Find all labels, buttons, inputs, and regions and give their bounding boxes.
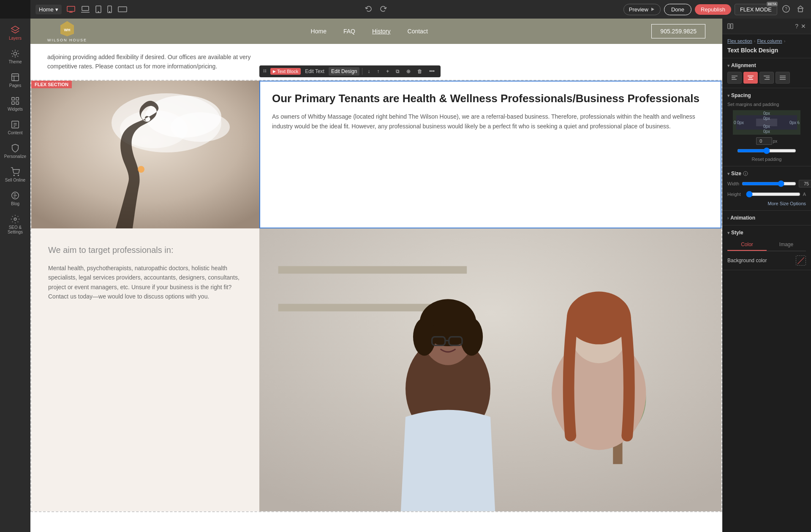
- svg-rect-47: [278, 266, 467, 274]
- intro-section: adjoining providing added flexibility if…: [30, 44, 275, 80]
- add-block-btn[interactable]: +: [384, 67, 392, 76]
- duplicate-btn[interactable]: ⧉: [393, 67, 402, 76]
- pages-icon: [11, 73, 20, 82]
- style-tab-image[interactable]: Image: [767, 239, 806, 251]
- svg-point-28: [18, 175, 19, 176]
- republish-btn[interactable]: Republish: [695, 4, 731, 15]
- sell-label: Sell Online: [5, 178, 25, 182]
- no-color-indicator: [797, 257, 804, 264]
- height-slider[interactable]: [746, 191, 800, 198]
- svg-point-41: [138, 166, 144, 173]
- svg-rect-3: [82, 6, 89, 11]
- delete-btn[interactable]: 🗑: [415, 67, 425, 76]
- nav-history[interactable]: History: [372, 28, 391, 35]
- spacing-diagram: 0px 0px 0% 0% 0px 0px 0px 0px: [733, 110, 800, 135]
- flex-mode-btn[interactable]: BETA FLEX MODE: [735, 4, 777, 15]
- widgets-label: Widgets: [8, 107, 23, 111]
- widgets-icon: [11, 96, 20, 106]
- sidebar-item-layers[interactable]: Layers: [0, 22, 30, 44]
- bg-color-swatch[interactable]: [796, 255, 806, 266]
- margin-box: 0px 0px 0% 0% 0px 0px 0px 0px: [733, 110, 800, 135]
- settings-btn[interactable]: ⊕: [404, 67, 413, 76]
- svg-rect-22: [16, 102, 19, 104]
- style-tabs: Color Image: [727, 239, 806, 251]
- undo-btn[interactable]: [363, 3, 374, 16]
- nav-home[interactable]: Home: [311, 28, 327, 35]
- svg-text:?: ?: [785, 7, 787, 11]
- nav-contact[interactable]: Contact: [408, 28, 428, 35]
- spacing-subtitle: Set margins and padding: [727, 102, 806, 107]
- sidebar-item-pages[interactable]: Pages: [0, 69, 30, 91]
- device-laptop-btn[interactable]: [79, 4, 91, 14]
- device-mobile-btn[interactable]: [106, 4, 114, 15]
- image-placeholder-professional: [259, 228, 721, 511]
- page-dropdown[interactable]: Home ▾: [35, 5, 62, 14]
- style-header[interactable]: ▾ Style: [727, 230, 806, 236]
- mobile-icon: [107, 5, 112, 13]
- sidebar-item-content[interactable]: Content: [0, 117, 30, 138]
- redo-btn[interactable]: [378, 3, 389, 16]
- reset-padding-btn[interactable]: Reset padding: [727, 157, 806, 162]
- align-stretch-btn[interactable]: [776, 72, 790, 84]
- seo-icon: [11, 214, 20, 224]
- edit-text-btn[interactable]: Edit Text: [302, 67, 327, 76]
- animation-header[interactable]: › Animation: [727, 215, 806, 221]
- sidebar-item-widgets[interactable]: Widgets: [0, 93, 30, 115]
- top-bar-left: Home ▾: [35, 4, 129, 15]
- padding-value-input[interactable]: [756, 137, 772, 145]
- align-left-btn[interactable]: [727, 72, 742, 84]
- target-body: Mental health, psychotherapists, naturop…: [48, 263, 242, 301]
- height-row: Height A: [727, 191, 806, 198]
- animation-section: › Animation: [722, 211, 811, 225]
- panel-title: Text Block Design: [722, 45, 811, 58]
- wellness-image-svg: [31, 81, 259, 228]
- style-tab-color[interactable]: Color: [727, 239, 767, 251]
- alignment-header[interactable]: ▾ Alignment: [727, 62, 806, 68]
- more-btn[interactable]: •••: [427, 67, 437, 76]
- preview-btn[interactable]: Preview: [623, 4, 661, 15]
- text-block-badge: ▶ Text Block: [270, 68, 301, 75]
- panel-help-btn[interactable]: ?: [795, 23, 798, 30]
- panel-close-btn[interactable]: ✕: [801, 23, 806, 30]
- align-right-btn[interactable]: [759, 72, 774, 84]
- move-down-btn[interactable]: ↓: [365, 67, 373, 76]
- website-preview: WH WILSON HOUSE Home FAQ History Contact…: [30, 19, 722, 532]
- sidebar-item-blog[interactable]: Blog: [0, 187, 30, 209]
- device-wide-btn[interactable]: [116, 5, 129, 14]
- spacing-chevron: ▾: [727, 93, 729, 98]
- device-desktop-btn[interactable]: [65, 4, 77, 14]
- flex-heading: Our Primary Tenants are Health & Wellnes…: [272, 92, 709, 106]
- done-btn[interactable]: Done: [664, 4, 691, 15]
- panel-header-icons: [727, 23, 733, 29]
- sidebar-item-sell-online[interactable]: Sell Online: [0, 164, 30, 186]
- svg-point-42: [264, 70, 264, 71]
- sidebar-item-theme[interactable]: Theme: [0, 46, 30, 68]
- nav-phone[interactable]: 905.259.9825: [651, 24, 705, 38]
- breadcrumb-flex-section[interactable]: Flex section: [727, 38, 752, 43]
- sidebar-item-personalize[interactable]: Personalize: [0, 140, 30, 162]
- spacing-header[interactable]: ▾ Spacing: [727, 92, 806, 98]
- move-up-btn[interactable]: ↑: [374, 67, 382, 76]
- page-name: Home: [39, 6, 54, 13]
- sell-icon: [11, 167, 20, 176]
- svg-rect-9: [118, 7, 127, 12]
- breadcrumb-sep-1: ›: [754, 38, 756, 43]
- sidebar-item-seo[interactable]: SEO & Settings: [0, 211, 30, 238]
- help-btn[interactable]: ?: [781, 3, 792, 16]
- style-section: ▾ Style Color Image Background color: [722, 225, 811, 270]
- more-size-btn[interactable]: More Size Options: [727, 201, 806, 206]
- spacing-title: ▾ Spacing: [727, 92, 751, 98]
- size-header[interactable]: ▾ Size i: [727, 171, 806, 176]
- align-center-btn[interactable]: [743, 72, 758, 84]
- device-tablet-btn[interactable]: [94, 4, 103, 15]
- padding-slider[interactable]: [737, 147, 796, 154]
- breadcrumb-flex-column[interactable]: Flex column: [757, 38, 782, 43]
- image-placeholder-wellness: [31, 81, 259, 228]
- width-input[interactable]: [799, 180, 811, 187]
- svg-point-40: [171, 112, 230, 142]
- layers-label: Layers: [9, 36, 22, 41]
- edit-design-btn[interactable]: Edit Design: [329, 67, 359, 76]
- nav-faq[interactable]: FAQ: [343, 28, 355, 35]
- width-slider[interactable]: [742, 180, 796, 187]
- home-btn[interactable]: [795, 3, 806, 16]
